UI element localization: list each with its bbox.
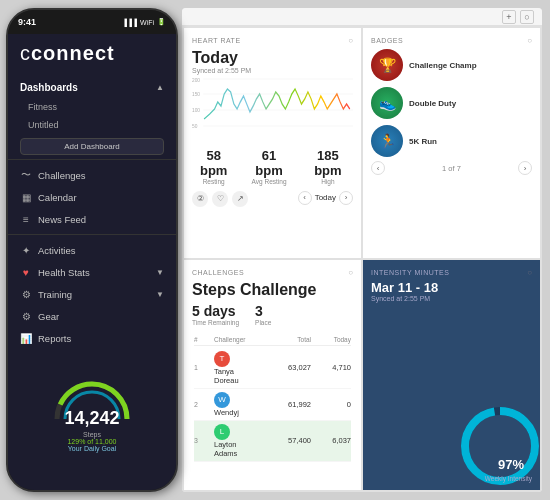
leaderboard-header-row: # Challenger Total Today (194, 334, 351, 346)
steps-circle: 14,242 (47, 361, 137, 431)
sidebar-item-gear[interactable]: ⚙ Gear (8, 305, 176, 327)
signal-icon: ▐▐▐ (122, 19, 137, 26)
challenge-tag: CHALLENGES (192, 269, 244, 276)
hr-share-icon[interactable]: ↗ (232, 191, 248, 207)
badges-card: BADGES ○ 🏆 Challenge Champ 👟 Double Duty… (363, 28, 540, 258)
phone-screen: cconnect Dashboards ▲ Fitness Untitled A… (8, 34, 176, 490)
challenge-place: 3 Place (255, 303, 271, 326)
challenge-place-label: Place (255, 319, 271, 326)
steps-percent: 129% of 11,000 (67, 438, 116, 445)
heart-rate-subtitle: Synced at 2:55 PM (192, 67, 353, 74)
battery-icon: 🔋 (157, 18, 166, 26)
challenge-header: CHALLENGES ○ (192, 268, 353, 277)
badges-prev-button[interactable]: ‹ (371, 161, 385, 175)
activities-icon: ✦ (20, 244, 32, 256)
challenges-icon: 〜 (20, 169, 32, 181)
row-rank: 2 (194, 401, 214, 408)
steps-unit: Steps (83, 431, 101, 438)
row-rank: 3 (194, 437, 214, 444)
sidebar-nav: Dashboards ▲ Fitness Untitled Add Dashbo… (8, 73, 176, 353)
badge-icon-champ: 🏆 (371, 49, 403, 81)
challenge-options-icon[interactable]: ○ (348, 268, 353, 277)
table-row: 1 T Tanya Doreau 63,027 4,710 (194, 348, 351, 389)
row-total: 63,027 (251, 363, 311, 372)
phone-mockup: 9:41 ▐▐▐ WiFi 🔋 cconnect Dashboards ▲ Fi… (6, 8, 178, 492)
badge-item-2: 👟 Double Duty (371, 87, 532, 119)
challenge-meta: 5 days Time Remaining 3 Place (192, 303, 353, 326)
badges-next-button[interactable]: › (518, 161, 532, 175)
svg-text:100: 100 (192, 106, 200, 113)
hr-icon-2[interactable]: ♡ (212, 191, 228, 207)
badges-tag: BADGES (371, 37, 403, 44)
hr-high-label: High (303, 178, 353, 185)
intensity-subtitle: Synced at 2:55 PM (371, 295, 532, 302)
svg-text:50: 50 (192, 122, 197, 129)
row-name: Wendyj (214, 408, 239, 417)
challenge-days-value: 5 days (192, 303, 239, 319)
steps-value: 14,242 (47, 408, 137, 429)
hr-chart: 200 150 100 50 (192, 74, 353, 144)
calendar-icon: ▦ (20, 191, 32, 203)
table-row: 3 L Layton Adams 57,400 6,037 (194, 421, 351, 462)
phone-time: 9:41 (18, 17, 36, 27)
hr-prev-button[interactable]: ‹ (298, 191, 312, 205)
chevron-up-icon: ▲ (156, 83, 164, 92)
hr-high: 185 bpm High (303, 148, 353, 185)
training-icon: ⚙ (20, 288, 32, 300)
badge-item-3: 🏃 5K Run (371, 125, 532, 157)
hr-icon-1[interactable]: ② (192, 191, 208, 207)
dashboard-grid: HEART RATE ○ Today Synced at 2:55 PM 200… (182, 26, 542, 492)
leaderboard-table: # Challenger Total Today 1 T Tanya Dorea… (192, 332, 353, 464)
heart-rate-card: HEART RATE ○ Today Synced at 2:55 PM 200… (184, 28, 361, 258)
row-avatar: W (214, 392, 230, 408)
hr-avg-value: 61 bpm (247, 148, 290, 178)
row-avatar: T (214, 351, 230, 367)
sidebar-item-activities[interactable]: ✦ Activities (8, 239, 176, 261)
col-total: Total (251, 336, 311, 343)
hr-avg-label: Avg Resting (247, 178, 290, 185)
badges-page: 1 of 7 (442, 164, 461, 173)
badges-options-icon[interactable]: ○ (527, 36, 532, 45)
hr-next-button[interactable]: › (339, 191, 353, 205)
heart-rate-tag: HEART RATE (192, 37, 241, 44)
sidebar-item-calendar[interactable]: ▦ Calendar (8, 186, 176, 208)
dashboard-topbar: + ○ (182, 8, 542, 26)
add-dashboard-button[interactable]: Add Dashboard (20, 138, 164, 155)
row-challenger: T Tanya Doreau (214, 351, 251, 385)
sidebar-item-reports[interactable]: 📊 Reports (8, 327, 176, 349)
hr-avg-resting: 61 bpm Avg Resting (247, 148, 290, 185)
row-challenger: W Wendyj (214, 392, 251, 417)
row-rank: 1 (194, 364, 214, 371)
phone-status: ▐▐▐ WiFi 🔋 (122, 18, 166, 26)
sidebar-item-training[interactable]: ⚙ Training ▼ (8, 283, 176, 305)
row-avatar: L (214, 424, 230, 440)
nav-untitled[interactable]: Untitled (8, 116, 176, 134)
intensity-percent-label: Weekly Intensity (485, 475, 532, 482)
hr-resting-value: 58 bpm (192, 148, 235, 178)
dashboard-options-button[interactable]: ○ (520, 10, 534, 24)
badge-icon-duty: 👟 (371, 87, 403, 119)
screenshot-wrapper: 9:41 ▐▐▐ WiFi 🔋 cconnect Dashboards ▲ Fi… (0, 0, 550, 500)
intensity-header: INTENSITY MINUTES ○ (371, 268, 532, 277)
heart-icon: ♥ (20, 266, 32, 278)
newsfeed-icon: ≡ (20, 213, 32, 225)
sidebar-item-challenges[interactable]: 〜 Challenges (8, 164, 176, 186)
nav-fitness[interactable]: Fitness (8, 98, 176, 116)
phone-notch: 9:41 ▐▐▐ WiFi 🔋 (8, 10, 176, 34)
challenge-days: 5 days Time Remaining (192, 303, 239, 326)
dashboard-add-button[interactable]: + (502, 10, 516, 24)
nav-dashboards-header[interactable]: Dashboards ▲ (8, 77, 176, 98)
steps-goal-label: Your Daily Goal (68, 445, 116, 452)
chevron-down-icon: ▼ (156, 268, 164, 277)
row-today: 6,037 (311, 436, 351, 445)
row-today: 4,710 (311, 363, 351, 372)
col-today: Today (311, 336, 351, 343)
svg-text:200: 200 (192, 76, 200, 83)
intensity-options-icon[interactable]: ○ (527, 268, 532, 277)
heart-rate-options-icon[interactable]: ○ (348, 36, 353, 45)
sidebar-item-newsfeed[interactable]: ≡ News Feed (8, 208, 176, 230)
hr-nav-label: Today (315, 193, 336, 202)
sidebar-item-healthstats[interactable]: ♥ Health Stats ▼ (8, 261, 176, 283)
row-name: Layton Adams (214, 440, 237, 458)
badge-icon-5k: 🏃 (371, 125, 403, 157)
